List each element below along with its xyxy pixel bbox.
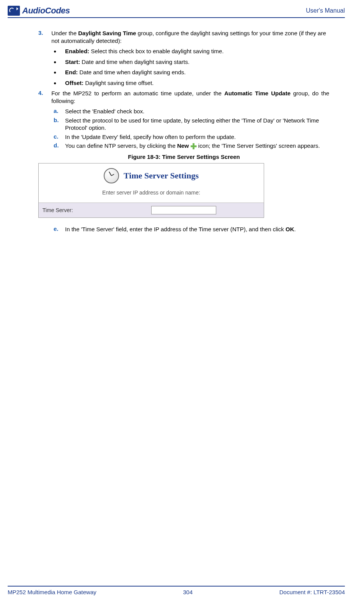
step-number: 3. xyxy=(38,29,50,36)
logo: AudioCodes xyxy=(8,6,70,16)
figure-subtitle: Enter server IP address or domain name: xyxy=(39,186,264,203)
bullet-dot-icon: ● xyxy=(54,58,65,66)
content: 3. Under the Daylight Saving Time group,… xyxy=(8,29,345,233)
step-3: 3. Under the Daylight Saving Time group,… xyxy=(38,29,330,44)
step-4: 4. For the MP252 to perform an automatic… xyxy=(38,90,330,105)
bullet-list: ● Enabled: Select this check box to enab… xyxy=(54,47,330,87)
bullet-start: ● Start: Date and time when daylight sav… xyxy=(54,58,330,66)
bullet-offset: ● Offset: Daylight saving time offset. xyxy=(54,79,330,87)
figure-screenshot: Time Server Settings Enter server IP add… xyxy=(38,163,264,218)
page-footer: MP252 Multimedia Home Gateway 304 Docume… xyxy=(8,586,345,595)
substep-e: e. In the 'Time Server' field, enter the… xyxy=(54,226,330,233)
bullet-end: ● End: Date and time when daylight savin… xyxy=(54,69,330,76)
step-text: Under the Daylight Saving Time group, co… xyxy=(51,29,329,44)
bullet-dot-icon: ● xyxy=(54,47,65,55)
substep-d: d. You can define NTP servers, by clicki… xyxy=(54,142,330,150)
time-server-label: Time Server: xyxy=(42,207,151,213)
footer-left: MP252 Multimedia Home Gateway xyxy=(8,589,96,595)
logo-icon xyxy=(8,6,20,16)
logo-text: AudioCodes xyxy=(22,6,70,16)
step-number: 4. xyxy=(38,90,50,96)
figure-title: Time Server Settings xyxy=(124,171,199,181)
bullet-enabled: ● Enabled: Select this check box to enab… xyxy=(54,47,330,55)
time-server-input[interactable] xyxy=(151,206,216,214)
step-text: For the MP252 to perform an automatic ti… xyxy=(51,90,329,105)
bullet-dot-icon: ● xyxy=(54,79,65,87)
figure-header: Time Server Settings xyxy=(39,163,264,186)
page-header: AudioCodes User's Manual xyxy=(8,6,345,18)
plus-icon xyxy=(191,143,197,149)
sub-list: a. Select the 'Enabled' check box. b. Se… xyxy=(54,108,330,150)
footer-right: Document #: LTRT-23504 xyxy=(279,589,345,595)
header-right-text: User's Manual xyxy=(306,7,345,14)
figure-row: Time Server: xyxy=(39,203,264,217)
bullet-dot-icon: ● xyxy=(54,69,65,76)
substep-b: b. Select the protocol to be used for ti… xyxy=(54,117,330,132)
footer-page-number: 304 xyxy=(183,589,193,595)
clock-icon xyxy=(104,168,119,183)
figure-caption: Figure 18-3: Time Server Settings Screen xyxy=(38,154,330,160)
substep-a: a. Select the 'Enabled' check box. xyxy=(54,108,330,115)
sub-list-after: e. In the 'Time Server' field, enter the… xyxy=(54,226,330,233)
substep-c: c. In the 'Update Every' field, specify … xyxy=(54,133,330,141)
